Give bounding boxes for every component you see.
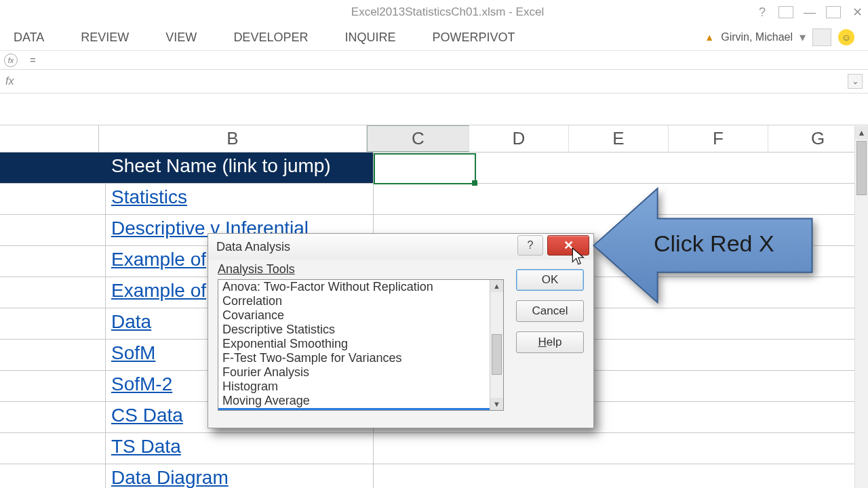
cancel-button[interactable]: Cancel — [516, 300, 584, 322]
col-header-d[interactable]: D — [469, 125, 569, 152]
col-header-f[interactable]: F — [669, 125, 768, 152]
list-item[interactable]: F-Test Two-Sample for Variances — [218, 351, 490, 365]
list-item[interactable]: Anova: Two-Factor Without Replication — [218, 280, 490, 294]
list-item[interactable]: Correlation — [218, 294, 490, 308]
header-cell[interactable]: Sheet Name (link to jump) — [106, 152, 374, 183]
table-row: Data Diagram — [0, 464, 868, 488]
link-data-diagram[interactable]: Data Diagram — [111, 467, 229, 488]
dialog-help-icon[interactable]: ? — [517, 235, 543, 256]
col-header-g[interactable]: G — [768, 125, 868, 152]
avatar[interactable] — [812, 28, 831, 46]
tab-review[interactable]: REVIEW — [81, 30, 129, 45]
help-icon[interactable]: ? — [755, 5, 769, 20]
close-icon[interactable]: ✕ — [850, 5, 864, 20]
link-data[interactable]: Data — [111, 311, 151, 332]
vertical-scrollbar[interactable]: ▲ — [854, 126, 868, 488]
fill-handle[interactable] — [472, 180, 477, 186]
link-sofm-2[interactable]: SofM-2 — [111, 373, 172, 394]
link-example-2[interactable]: Example of — [111, 280, 206, 301]
col-header-c[interactable]: C — [367, 125, 469, 152]
list-item[interactable]: Descriptive Statistics — [218, 323, 490, 337]
data-analysis-dialog: Data Analysis ? ✕ Analysis Tools Anova: … — [208, 233, 594, 428]
link-example-1[interactable]: Example of — [111, 249, 206, 270]
tab-inquire[interactable]: INQUIRE — [344, 30, 395, 45]
listbox-scroll-up-icon[interactable]: ▲ — [490, 280, 503, 292]
analysis-tools-listbox[interactable]: Anova: Two-Factor Without ReplicationCor… — [218, 279, 504, 411]
link-cs-data[interactable]: CS Data — [111, 405, 183, 426]
maximize-icon[interactable] — [826, 6, 841, 18]
list-item[interactable]: Random Number Generation — [218, 408, 490, 410]
list-item[interactable]: Fourier Analysis — [218, 365, 490, 380]
name-box-equals: = — [30, 54, 36, 66]
ribbon: DATA REVIEW VIEW DEVELOPER INQUIRE POWER… — [0, 24, 868, 50]
dialog-title: Data Analysis — [216, 240, 290, 254]
fx-small-icon[interactable]: fx — [4, 54, 18, 67]
link-ts-data[interactable]: TS Data — [111, 436, 181, 457]
scroll-up-icon[interactable]: ▲ — [855, 126, 868, 140]
window-title: Excel2013StatisticsCh01.xlsm - Excel — [140, 5, 755, 19]
col-header-b[interactable]: B — [99, 125, 367, 152]
column-headers: B C D E F G — [0, 125, 868, 152]
link-statistics[interactable]: Statistics — [111, 186, 187, 207]
tab-developer[interactable]: DEVELOPER — [233, 30, 308, 45]
tab-data[interactable]: DATA — [14, 30, 44, 45]
link-sofm[interactable]: SofM — [111, 342, 155, 363]
feedback-smiley-icon[interactable]: ☺ — [838, 29, 854, 45]
listbox-scroll-thumb[interactable] — [492, 334, 502, 375]
listbox-scrollbar[interactable]: ▲ ▼ — [490, 280, 503, 410]
list-item[interactable]: Exponential Smoothing — [218, 337, 490, 351]
tab-powerpivot[interactable]: POWERPIVOT — [432, 30, 515, 45]
ribbon-display-options-icon[interactable] — [778, 6, 793, 18]
user-dropdown-icon[interactable]: ▾ — [800, 30, 806, 45]
formula-bar-expand-icon[interactable]: ⌄ — [848, 74, 863, 89]
table-row: Statistics — [0, 184, 868, 215]
name-box-row: fx = — [0, 50, 868, 69]
list-item[interactable]: Moving Average — [218, 394, 490, 408]
user-name[interactable]: Girvin, Michael — [721, 31, 793, 43]
analysis-tools-label: Analysis Tools — [218, 262, 295, 277]
col-header-e[interactable]: E — [569, 125, 669, 152]
scroll-thumb[interactable] — [856, 141, 867, 195]
listbox-scroll-down-icon[interactable]: ▼ — [490, 398, 503, 410]
title-bar: Excel2013StatisticsCh01.xlsm - Excel ? —… — [0, 0, 868, 24]
list-item[interactable]: Covariance — [218, 308, 490, 323]
list-item[interactable]: Histogram — [218, 380, 490, 394]
minimize-icon[interactable]: — — [803, 5, 816, 20]
formula-bar[interactable]: fx ⌄ — [0, 69, 868, 94]
table-row: TS Data — [0, 433, 868, 464]
window-controls: ? — ✕ — [755, 5, 864, 20]
ok-button[interactable]: OK — [516, 269, 584, 291]
dialog-title-bar[interactable]: Data Analysis ? ✕ — [208, 234, 593, 260]
tab-view[interactable]: VIEW — [165, 30, 197, 45]
dialog-close-button[interactable]: ✕ — [547, 235, 589, 256]
active-cell-c2[interactable] — [374, 153, 476, 184]
help-button[interactable]: Help — [516, 331, 584, 353]
warning-icon: ▲ — [705, 32, 714, 43]
fx-icon[interactable]: fx — [5, 75, 22, 87]
